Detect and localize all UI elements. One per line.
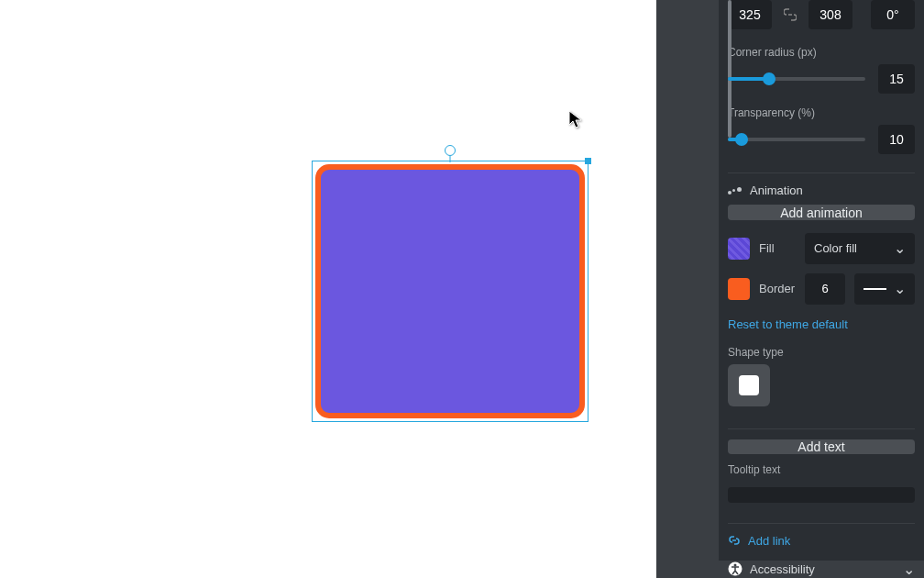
reset-theme-link[interactable]: Reset to theme default — [728, 317, 915, 331]
selection-frame[interactable] — [312, 161, 588, 422]
fill-type-value: Color fill — [814, 241, 857, 255]
fill-swatch[interactable] — [728, 238, 750, 260]
chevron-down-icon: ⌄ — [894, 280, 906, 297]
border-style-select[interactable]: ⌄ — [854, 273, 915, 305]
shape-type-button[interactable] — [728, 364, 770, 406]
border-label: Border — [759, 282, 796, 295]
corner-radius-label: Corner radius (px) — [728, 46, 915, 59]
transparency-slider[interactable] — [728, 138, 865, 141]
line-style-icon — [864, 288, 886, 290]
animation-heading: Animation — [750, 183, 803, 197]
transparency-label: Transparency (%) — [728, 106, 915, 119]
add-link-button[interactable]: Add link — [728, 534, 915, 548]
accessibility-section[interactable]: Accessibility ⌄ — [719, 561, 924, 578]
chevron-down-icon: ⌄ — [894, 239, 906, 257]
chevron-down-icon: ⌄ — [903, 561, 915, 578]
fill-type-select[interactable]: Color fill ⌄ — [805, 233, 915, 264]
tooltip-input[interactable] — [728, 487, 915, 502]
shape-type-preview — [739, 375, 759, 395]
fill-label: Fill — [759, 241, 796, 255]
svg-point-1 — [734, 564, 737, 567]
lock-aspect-icon[interactable] — [781, 0, 799, 29]
corner-radius-slider[interactable] — [728, 77, 865, 81]
border-swatch[interactable] — [728, 278, 750, 300]
properties-panel: 325 308 0° Corner radius (px) 15 Transpa… — [656, 0, 924, 578]
border-width-input[interactable]: 6 — [805, 273, 845, 305]
panel-gutter — [656, 0, 719, 578]
shape-rectangle[interactable] — [315, 164, 585, 418]
resize-handle-tr[interactable] — [585, 158, 591, 164]
rotate-handle[interactable] — [445, 145, 456, 156]
accessibility-icon — [728, 561, 742, 576]
add-text-button[interactable]: Add text — [728, 439, 915, 454]
tooltip-label: Tooltip text — [728, 463, 915, 476]
width-input[interactable]: 325 — [728, 0, 772, 29]
accessibility-label: Accessibility — [750, 562, 815, 576]
animation-icon — [728, 185, 742, 196]
rotation-input[interactable]: 0° — [871, 0, 915, 29]
corner-radius-value[interactable]: 15 — [878, 64, 915, 94]
panel-scrollbar[interactable] — [728, 0, 732, 138]
height-input[interactable]: 308 — [808, 0, 852, 29]
shape-type-label: Shape type — [728, 346, 915, 359]
add-link-label: Add link — [748, 534, 790, 548]
transparency-value[interactable]: 10 — [878, 125, 915, 154]
rotate-line — [450, 156, 451, 162]
cursor-icon — [568, 110, 585, 134]
canvas[interactable] — [0, 0, 656, 578]
link-icon — [728, 534, 741, 547]
add-animation-button[interactable]: Add animation — [728, 205, 915, 219]
